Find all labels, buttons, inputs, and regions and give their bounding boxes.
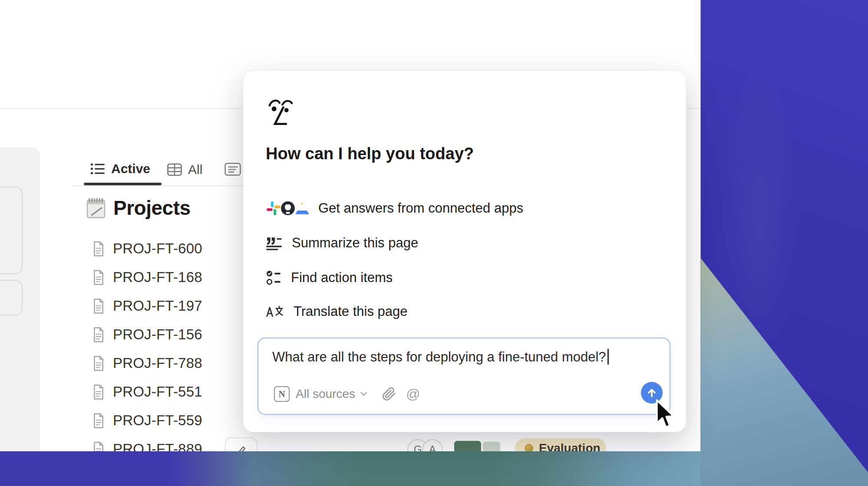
project-row[interactable]: PROJ-FT-889 (92, 440, 202, 451)
tab-all-view[interactable]: All (167, 162, 202, 177)
project-title: PROJ-FT-197 (113, 298, 202, 314)
pencil-icon (234, 443, 248, 451)
sources-dropdown[interactable]: All sources (296, 387, 355, 401)
project-title: PROJ-FT-551 (113, 384, 202, 400)
feed-view-icon (224, 162, 241, 176)
google-drive-icon (294, 201, 310, 216)
status-block (454, 441, 481, 451)
text-caret (607, 349, 609, 364)
page-icon (92, 441, 105, 452)
project-row[interactable]: PROJ-FT-168 (92, 268, 202, 287)
slack-icon (266, 200, 281, 216)
avatar[interactable]: A (422, 439, 443, 451)
checklist-icon (266, 269, 281, 286)
desktop: Active All Projects PROJ-FT-600 PROJ-FT-… (0, 0, 868, 486)
menu-item-action-items[interactable]: Find action items (266, 264, 393, 292)
page-icon (92, 355, 105, 371)
tab-bar-divider (72, 185, 244, 186)
project-row[interactable]: PROJ-FT-156 (92, 325, 202, 344)
ai-prompt-text: What are all the steps for deploying a f… (272, 349, 609, 365)
notion-ai-face-icon (266, 95, 295, 127)
project-row[interactable]: PROJ-FT-559 (92, 411, 202, 430)
project-title: PROJ-FT-168 (113, 269, 202, 286)
menu-item-label: Summarize this page (292, 235, 418, 251)
menu-item-summarize[interactable]: Summarize this page (266, 229, 418, 257)
tab-label: All (188, 162, 202, 177)
project-title: PROJ-FT-559 (113, 412, 202, 429)
project-row[interactable]: PROJ-FT-600 (92, 239, 202, 258)
page-icon (92, 413, 105, 429)
page-icon (92, 241, 105, 257)
edit-button[interactable] (225, 437, 257, 451)
project-row[interactable]: PROJ-FT-788 (92, 354, 202, 373)
status-block (483, 442, 500, 451)
evaluation-tag[interactable]: Evaluation (515, 438, 606, 451)
page-icon (92, 269, 105, 286)
mouse-cursor (654, 399, 677, 430)
project-row[interactable]: PROJ-FT-197 (92, 296, 202, 315)
page-icon (92, 298, 105, 314)
menu-item-translate[interactable]: Translate this page (266, 298, 408, 325)
input-toolbar: N All sources @ (274, 386, 420, 402)
menu-item-connected-apps[interactable]: Get answers from connected apps (266, 194, 523, 222)
paperclip-icon[interactable] (381, 386, 396, 402)
chevron-down-icon[interactable] (360, 392, 367, 396)
notion-ai-dialog: How can I help you today? Get answers fr… (243, 71, 686, 432)
ai-greeting-heading: How can I help you today? (266, 144, 474, 163)
avatar-initial: A (429, 443, 436, 451)
menu-item-label: Translate this page (294, 304, 408, 319)
project-row[interactable]: PROJ-FT-551 (92, 382, 202, 401)
tab-feed-view[interactable] (224, 162, 241, 176)
left-panel (0, 148, 40, 451)
menu-item-label: Get answers from connected apps (318, 200, 523, 216)
at-mention-icon[interactable]: @ (406, 387, 420, 401)
connected-apps-icons (266, 200, 309, 216)
tag-label: Evaluation (539, 441, 601, 451)
notepad-icon (86, 197, 106, 219)
page-title: Projects (86, 196, 191, 220)
list-view-icon (90, 162, 105, 175)
project-title: PROJ-FT-156 (113, 326, 202, 343)
panel-card[interactable] (0, 187, 23, 274)
arrow-up-icon (646, 387, 657, 398)
panel-card[interactable] (0, 280, 23, 315)
page-title-text: Projects (113, 196, 191, 220)
project-title: PROJ-FT-889 (113, 441, 202, 451)
github-icon (280, 200, 296, 216)
page-icon (92, 384, 105, 400)
tab-label: Active (111, 161, 150, 176)
project-title: PROJ-FT-788 (113, 355, 202, 371)
menu-item-label: Find action items (291, 270, 393, 286)
project-title: PROJ-FT-600 (113, 240, 202, 257)
notion-logo-icon: N (274, 386, 290, 402)
page-icon (92, 327, 105, 343)
tag-dot-icon (525, 444, 533, 451)
translate-icon (266, 305, 284, 318)
summarize-icon (266, 236, 282, 250)
tab-active-view[interactable]: Active (90, 161, 150, 176)
table-view-icon (167, 163, 182, 176)
ai-prompt-input[interactable]: What are all the steps for deploying a f… (257, 338, 670, 415)
avatar-initial: G (414, 443, 422, 451)
desktop-wallpaper-strip (0, 451, 700, 486)
